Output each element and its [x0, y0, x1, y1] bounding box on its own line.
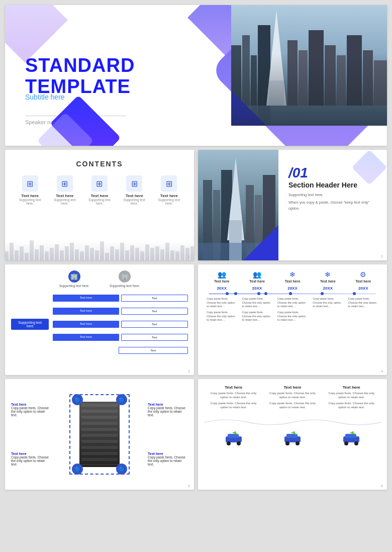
- col-text-3b: Copy paste fonts. Choose the only option…: [277, 311, 308, 322]
- col-text-1b: Copy paste fonts. Choose the only option…: [207, 311, 237, 322]
- svg-point-30: [227, 441, 231, 445]
- list-item: ⊞ Text here Supporting text here.: [119, 175, 149, 205]
- slide-6: Text here Copy paste fonts. Choose the o…: [5, 379, 194, 490]
- text-col-1: Copy paste fonts. Choose the only option…: [207, 297, 237, 322]
- icon-label-4: Text here: [126, 194, 143, 198]
- left-title-1: Text here: [11, 403, 51, 406]
- car-icon-1: [224, 431, 244, 445]
- right-body-1: Copy paste fonts. Choose the only option…: [148, 406, 185, 417]
- header-icons: 👥 Text here 👥 Text here ❄ Text here ❄ Te…: [204, 270, 381, 283]
- svg-point-36: [296, 441, 300, 445]
- feature-text-1a: Copy paste fonts. Choose the only option…: [209, 391, 259, 400]
- box-blue-4: Text here: [53, 334, 119, 341]
- contents-title: CONTENTS: [13, 160, 186, 168]
- right-title-2: Text here: [148, 452, 188, 455]
- vehicle-icons: [204, 431, 381, 445]
- svg-marker-16: [231, 90, 266, 126]
- icon-box-3: ⊞: [91, 175, 108, 192]
- text-col-2: Copy paste fonts. Choose the only option…: [242, 297, 272, 322]
- list-item: 🏢 Supporting text here.: [110, 270, 140, 288]
- page-number-7: 6: [381, 484, 383, 488]
- year-2: 20XX: [252, 286, 262, 291]
- page-number-3: 2: [381, 255, 383, 258]
- svg-rect-0: [231, 5, 387, 126]
- svg-point-42: [352, 431, 354, 433]
- h-label-3: Text here: [285, 280, 301, 283]
- icons-row: ⊞ Text here Supporting text here. ⊞ Text…: [13, 175, 186, 205]
- feature-col-3: Text here Copy paste fonts. Choose the o…: [326, 385, 376, 411]
- left-item-2: Text here Copy paste fonts. Choose the o…: [11, 452, 51, 466]
- svg-rect-12: [347, 35, 362, 106]
- table-row: Text here Text: [53, 295, 188, 302]
- table-row: Text here Text: [53, 334, 188, 341]
- h-icon-1: 👥: [218, 270, 226, 279]
- icon-box-4: ⊞: [126, 175, 142, 192]
- list-item: 👥 Text here: [214, 270, 230, 283]
- page-number-4: 3: [188, 370, 190, 373]
- svg-rect-9: [309, 30, 324, 106]
- left-text-area: Text here Copy paste fonts. Choose the o…: [11, 385, 51, 484]
- table-row: Text here Text: [53, 321, 188, 328]
- wave-divider: [204, 417, 381, 427]
- text-col-3: Copy paste fonts. Choose the only option…: [277, 297, 308, 322]
- right-item-1: Text here Copy paste fonts. Choose the o…: [148, 403, 188, 417]
- table-row: Text here Text: [53, 308, 188, 315]
- feature-title-3: Text here: [326, 385, 376, 390]
- building-wrapper: 🔵 🔵 🔵 🔵: [69, 394, 130, 475]
- city-photo: [231, 5, 387, 126]
- col-text-2: Copy paste fonts. Choose the only option…: [242, 297, 272, 309]
- year-row: 20XX 20XX 20XX 20XX 20XX: [204, 286, 381, 291]
- center-building: 🔵 🔵 🔵 🔵: [56, 385, 143, 484]
- left-item-1: Text here Copy paste fonts. Choose the o…: [11, 403, 51, 417]
- box-outline-4: Text: [121, 334, 188, 341]
- svg-rect-11: [337, 55, 346, 106]
- col-text-1: Copy paste fonts. Choose the only option…: [207, 297, 237, 309]
- icon-box-1: ⊞: [22, 175, 38, 192]
- feature-title-1: Text here: [209, 385, 259, 390]
- icon-label-3: Text here: [90, 194, 108, 198]
- icon-sub-5: Supporting text here.: [154, 198, 184, 205]
- slide-3: /01 Section Header Here Supporting text …: [198, 150, 387, 260]
- text-col-4: Copy paste fonts. Choose the only option…: [313, 297, 343, 322]
- col-text-4: Copy paste fonts. Choose the only option…: [313, 297, 343, 309]
- slide-2: CONTENTS ⊞ Text here Supporting text her…: [5, 150, 194, 260]
- top-icon-label-2: Supporting text here.: [110, 284, 140, 288]
- vehicle-icon-3: [341, 431, 361, 445]
- feature-cards: Text here Copy paste fonts. Choose the o…: [204, 385, 381, 411]
- city-svg: [231, 5, 387, 126]
- list-item: 👥 Text here: [249, 270, 265, 283]
- car-icon-2: [282, 431, 303, 445]
- slide-7: Text here Copy paste fonts. Choose the o…: [198, 379, 387, 490]
- year-1: 20XX: [217, 286, 227, 291]
- corner-icon-tr: 🔵: [116, 394, 127, 405]
- page-number-2: 1: [188, 255, 190, 258]
- chart-boxes: Text here Text Text here Text Text here …: [53, 292, 188, 357]
- box-blue-3: Text here: [53, 321, 119, 328]
- year-4: 20XX: [323, 286, 333, 291]
- h-label-1: Text here: [214, 280, 230, 283]
- svg-rect-15: [231, 106, 387, 126]
- building-rect: [79, 402, 120, 467]
- feature-text-3a: Copy paste fonts. Choose the only option…: [326, 391, 376, 400]
- bg-shape-top-left: [5, 5, 68, 63]
- left-title-2: Text here: [11, 452, 51, 455]
- svg-rect-14: [374, 60, 387, 106]
- page-number-5: 4: [381, 370, 383, 373]
- list-item: ⊞ Text here Supporting text here.: [50, 175, 80, 205]
- feature-col-2: Text here Copy paste fonts. Choose the o…: [267, 385, 318, 411]
- section-right-content: /01 Section Header Here Supporting text …: [278, 150, 387, 260]
- feature-col-1: Text here Copy paste fonts. Choose the o…: [209, 385, 259, 411]
- svg-rect-3: [251, 55, 257, 126]
- box-outline-5: Text: [119, 347, 188, 354]
- year-5: 20XX: [358, 286, 368, 291]
- list-item: 🏢 Supporting text here.: [59, 270, 89, 288]
- svg-rect-4: [258, 25, 270, 126]
- top-icons-row: 🏢 Supporting text here. 🏢 Supporting tex…: [11, 270, 188, 288]
- icon-label-5: Text here: [160, 194, 178, 198]
- svg-rect-7: [287, 40, 298, 106]
- feature-title-2: Text here: [267, 385, 318, 390]
- slide-grid: STANDARD TEMPLATE Subtitle here Speaker …: [5, 5, 387, 490]
- svg-point-37: [293, 431, 295, 433]
- city-silhouette: [5, 240, 194, 260]
- list-item: ⊞ Text here Supporting text here.: [84, 175, 115, 205]
